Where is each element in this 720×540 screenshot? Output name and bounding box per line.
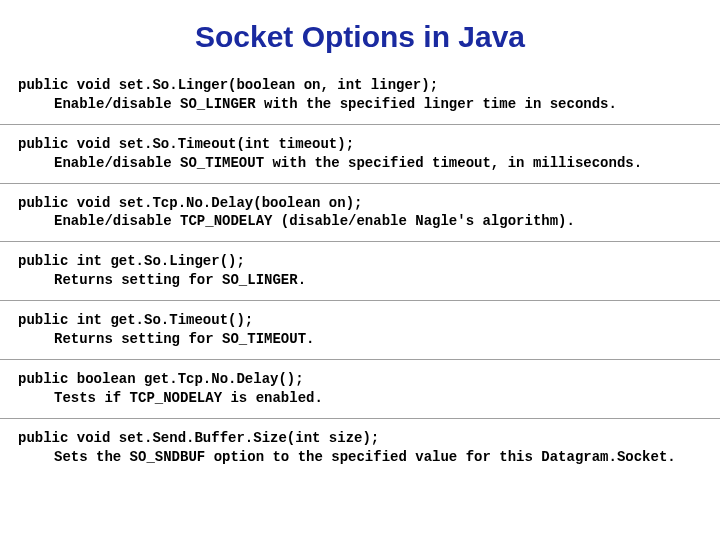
method-signature: public void set.Send.Buffer.Size(int siz… <box>18 429 702 448</box>
method-signature: public void set.So.Linger(boolean on, in… <box>18 76 702 95</box>
method-description: Sets the SO_SNDBUF option to the specifi… <box>18 448 702 467</box>
method-description: Enable/disable SO_LINGER with the specif… <box>18 95 702 114</box>
divider <box>0 300 720 301</box>
method-description: Enable/disable TCP_NODELAY (disable/enab… <box>18 212 702 231</box>
method-entry: public void set.So.Timeout(int timeout);… <box>18 135 702 173</box>
method-entry: public void set.Send.Buffer.Size(int siz… <box>18 429 702 467</box>
method-signature: public boolean get.Tcp.No.Delay(); <box>18 370 702 389</box>
divider <box>0 359 720 360</box>
divider <box>0 124 720 125</box>
page-title: Socket Options in Java <box>18 20 702 54</box>
method-entry: public void set.Tcp.No.Delay(boolean on)… <box>18 194 702 232</box>
method-entry: public int get.So.Linger(); Returns sett… <box>18 252 702 290</box>
divider <box>0 241 720 242</box>
method-signature: public void set.Tcp.No.Delay(boolean on)… <box>18 194 702 213</box>
divider <box>0 183 720 184</box>
method-signature: public void set.So.Timeout(int timeout); <box>18 135 702 154</box>
method-entry: public int get.So.Timeout(); Returns set… <box>18 311 702 349</box>
method-description: Returns setting for SO_TIMEOUT. <box>18 330 702 349</box>
method-entry: public void set.So.Linger(boolean on, in… <box>18 76 702 114</box>
method-entry: public boolean get.Tcp.No.Delay(); Tests… <box>18 370 702 408</box>
method-description: Enable/disable SO_TIMEOUT with the speci… <box>18 154 702 173</box>
divider <box>0 418 720 419</box>
method-signature: public int get.So.Linger(); <box>18 252 702 271</box>
method-description: Tests if TCP_NODELAY is enabled. <box>18 389 702 408</box>
method-signature: public int get.So.Timeout(); <box>18 311 702 330</box>
method-description: Returns setting for SO_LINGER. <box>18 271 702 290</box>
